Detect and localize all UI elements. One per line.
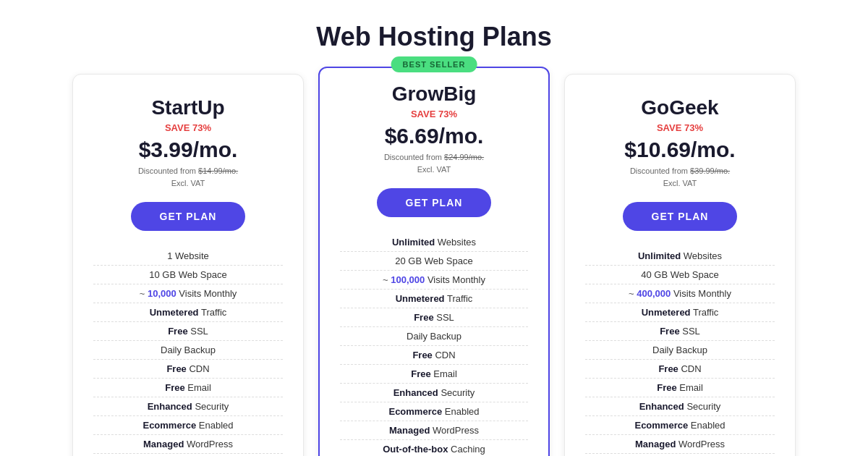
list-item: Enhanced Security: [585, 397, 775, 416]
plan-card-startup: StartUpSAVE 73%$3.99/mo.Discounted from …: [72, 74, 304, 456]
plan-discount-gogeek: Discounted from $39.99/mo.Excl. VAT: [585, 165, 775, 189]
list-item: Unlimited Websites: [585, 247, 775, 266]
plan-price-startup: $3.99/mo.: [93, 138, 283, 162]
list-item: Free Email: [340, 365, 528, 384]
plan-price-gogeek: $10.69/mo.: [585, 138, 775, 162]
list-item: Free CDN: [93, 360, 283, 379]
features-list-gogeek: Unlimited Websites40 GB Web Space~ 400,0…: [585, 247, 775, 456]
plan-discount-startup: Discounted from $14.99/mo.Excl. VAT: [93, 165, 283, 189]
list-item: Unmetered Traffic: [93, 303, 283, 322]
list-item: Managed WordPress: [340, 421, 528, 440]
plan-name-startup: StartUp: [93, 96, 283, 119]
features-list-growbig: Unlimited Websites20 GB Web Space~ 100,0…: [340, 233, 528, 456]
list-item: ~ 100,000 Visits Monthly: [340, 271, 528, 290]
plan-save-growbig: SAVE 73%: [340, 109, 528, 119]
list-item: ~ 10,000 Visits Monthly: [93, 284, 283, 303]
list-item: Daily Backup: [93, 341, 283, 360]
list-item: Free SSL: [340, 308, 528, 327]
list-item: Free Email: [585, 379, 775, 397]
list-item: 40 GB Web Space: [585, 266, 775, 284]
plan-card-growbig: BEST SELLERGrowBigSAVE 73%$6.69/mo.Disco…: [318, 67, 550, 456]
list-item: Unmetered Traffic: [340, 290, 528, 308]
get-plan-button-gogeek[interactable]: GET PLAN: [623, 202, 738, 231]
list-item: ~ 400,000 Visits Monthly: [585, 284, 775, 303]
list-item: Managed WordPress: [93, 435, 283, 454]
list-item: 10 GB Web Space: [93, 266, 283, 284]
plan-save-startup: SAVE 73%: [93, 122, 283, 133]
features-list-startup: 1 Website10 GB Web Space~ 10,000 Visits …: [93, 247, 283, 456]
list-item: Free SSL: [93, 322, 283, 341]
list-item: Daily Backup: [340, 327, 528, 346]
get-plan-button-startup[interactable]: GET PLAN: [131, 202, 246, 231]
list-item: Ecommerce Enabled: [93, 416, 283, 435]
list-item: Free CDN: [585, 360, 775, 379]
list-item: Daily Backup: [585, 341, 775, 360]
best-seller-badge: BEST SELLER: [391, 56, 477, 72]
list-item: Ecommerce Enabled: [585, 416, 775, 435]
list-item: Out-of-the-box Caching: [340, 440, 528, 456]
get-plan-button-growbig[interactable]: GET PLAN: [377, 188, 492, 217]
list-item: Enhanced Security: [340, 384, 528, 402]
list-item: 1 Website: [93, 247, 283, 266]
list-item: Free CDN: [340, 346, 528, 365]
list-item: Unmetered Traffic: [585, 303, 775, 322]
plan-name-growbig: GrowBig: [340, 83, 528, 106]
list-item: Ecommerce Enabled: [340, 402, 528, 421]
list-item: Enhanced Security: [93, 397, 283, 416]
plan-price-growbig: $6.69/mo.: [340, 124, 528, 148]
list-item: Free Email: [93, 379, 283, 397]
plans-container: StartUpSAVE 73%$3.99/mo.Discounted from …: [36, 74, 832, 456]
list-item: Unlimited Websites: [340, 233, 528, 252]
plan-name-gogeek: GoGeek: [585, 96, 775, 119]
list-item: 20 GB Web Space: [340, 252, 528, 271]
list-item: Managed WordPress: [585, 435, 775, 454]
list-item: Free SSL: [585, 322, 775, 341]
plan-discount-growbig: Discounted from $24.99/mo.Excl. VAT: [340, 151, 528, 175]
plan-card-gogeek: GoGeekSAVE 73%$10.69/mo.Discounted from …: [564, 74, 796, 456]
page-title: Web Hosting Plans: [316, 22, 551, 52]
plan-save-gogeek: SAVE 73%: [585, 122, 775, 133]
